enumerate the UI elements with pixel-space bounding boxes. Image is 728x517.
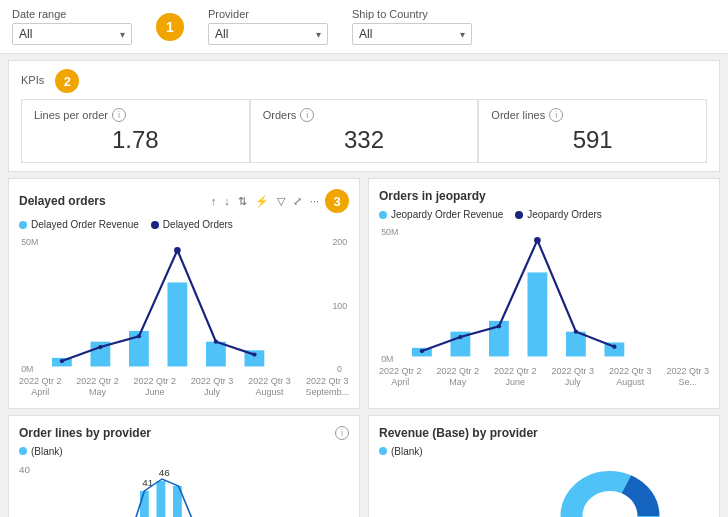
j-x-label-august: 2022 Qtr 3 August (609, 366, 652, 388)
j-x-label-may: 2022 Qtr 2 May (436, 366, 479, 388)
delayed-orders-header: Delayed orders ↑ ↓ ⇅ ⚡ ▽ ⤢ ··· 3 (19, 189, 349, 213)
legend-order-lines-blank: (Blank) (19, 446, 63, 457)
j-x-label-july: 2022 Qtr 3 July (551, 366, 594, 388)
kpi-lines-per-order-title: Lines per order (34, 109, 108, 121)
legend-delayed-revenue-label: Delayed Order Revenue (31, 219, 139, 230)
svg-point-12 (98, 345, 102, 349)
legend-jeopardy-revenue-dot (379, 211, 387, 219)
x-label-july: 2022 Qtr 3 July (191, 376, 234, 398)
sort-desc-icon[interactable]: ↓ (222, 194, 232, 208)
date-range-select[interactable]: All ▾ (12, 23, 132, 45)
x-label-may: 2022 Qtr 2 May (76, 376, 119, 398)
kpi-card-orders: Orders i 332 (250, 99, 479, 163)
j-x-label-sep: 2022 Qtr 3 Se... (666, 366, 709, 388)
x-label-april: 2022 Qtr 2 April (19, 376, 62, 398)
delayed-orders-controls: ↑ ↓ ⇅ ⚡ ▽ ⤢ ··· 3 (209, 189, 349, 213)
legend-revenue-blank: (Blank) (379, 446, 423, 457)
delayed-orders-x-labels: 2022 Qtr 2 April 2022 Qtr 2 May 2022 Qtr… (19, 376, 349, 398)
ship-to-country-select[interactable]: All ▾ (352, 23, 472, 45)
svg-text:40: 40 (19, 464, 30, 474)
jeopardy-title: Orders in jeopardy (379, 189, 486, 203)
svg-text:0M: 0M (21, 364, 33, 374)
svg-text:50M: 50M (21, 237, 38, 247)
j-x-label-april: 2022 Qtr 2 April (379, 366, 422, 388)
kpi-cards-container: Lines per order i 1.78 Orders i 332 Orde… (21, 99, 707, 163)
legend-jeopardy-orders-dot (515, 211, 523, 219)
ship-to-country-value: All (359, 27, 372, 41)
svg-text:0M: 0M (381, 354, 393, 364)
svg-text:100: 100 (333, 301, 348, 311)
svg-rect-33 (157, 481, 166, 517)
date-range-chevron: ▾ (120, 29, 125, 40)
svg-point-30 (612, 345, 616, 349)
delayed-orders-chart: Delayed orders ↑ ↓ ⇅ ⚡ ▽ ⤢ ··· 3 Delayed… (8, 178, 360, 409)
date-range-label: Date range (12, 8, 132, 20)
legend-order-lines-blank-label: (Blank) (31, 446, 63, 457)
jeopardy-header: Orders in jeopardy (379, 189, 709, 203)
step-badge-1: 1 (156, 13, 184, 41)
jeopardy-x-labels: 2022 Qtr 2 April 2022 Qtr 2 May 2022 Qtr… (379, 366, 709, 388)
sort-asc-icon[interactable]: ↑ (209, 194, 219, 208)
svg-rect-8 (168, 282, 188, 366)
kpi-lines-per-order-value: 1.78 (34, 126, 237, 154)
legend-revenue-blank-label: (Blank) (391, 446, 423, 457)
svg-point-28 (534, 237, 541, 243)
date-range-value: All (19, 27, 32, 41)
order-lines-by-provider-chart: Order lines by provider i (Blank) 40 41 … (8, 415, 360, 517)
legend-jeopardy-orders-label: Jeopardy Orders (527, 209, 601, 220)
kpi-order-lines-title: Order lines (491, 109, 545, 121)
legend-jeopardy-revenue-label: Jeopardy Order Revenue (391, 209, 503, 220)
svg-point-13 (137, 334, 141, 338)
order-lines-chart-area: 40 41 46 (19, 461, 349, 517)
legend-jeopardy-revenue: Jeopardy Order Revenue (379, 209, 503, 220)
revenue-by-provider-title: Revenue (Base) by provider (379, 426, 538, 440)
filter-icon[interactable]: ▽ (275, 194, 287, 209)
legend-jeopardy-orders: Jeopardy Orders (515, 209, 601, 220)
expand-icon[interactable]: ⤢ (291, 194, 304, 209)
provider-chevron: ▾ (316, 29, 321, 40)
charts-row-2: Order lines by provider i (Blank) 40 41 … (8, 415, 720, 517)
revenue-header: Revenue (Base) by provider (379, 426, 709, 440)
order-lines-svg: 40 41 46 (19, 461, 349, 517)
svg-text:50M: 50M (381, 227, 398, 237)
date-range-filter: Date range All ▾ (12, 8, 132, 45)
branch-icon[interactable]: ⚡ (253, 194, 271, 209)
svg-point-27 (497, 324, 501, 328)
delayed-orders-legend: Delayed Order Revenue Delayed Orders (19, 219, 349, 230)
legend-revenue-blank-dot (379, 447, 387, 455)
delayed-orders-svg: 50M 0M 200 100 0 (19, 234, 349, 374)
svg-text:0: 0 (337, 364, 342, 374)
more-icon[interactable]: ··· (308, 194, 321, 208)
provider-select[interactable]: All ▾ (208, 23, 328, 45)
jeopardy-legend: Jeopardy Order Revenue Jeopardy Orders (379, 209, 709, 220)
kpi-orders-info-icon[interactable]: i (300, 108, 314, 122)
svg-point-11 (60, 359, 64, 363)
svg-rect-9 (206, 342, 226, 367)
legend-delayed-orders-dot (151, 221, 159, 229)
provider-filter: Provider All ▾ (208, 8, 328, 45)
order-lines-info-icon[interactable]: i (335, 426, 349, 440)
legend-delayed-orders: Delayed Orders (151, 219, 233, 230)
kpi-section: KPIs 2 Lines per order i 1.78 Orders i 3… (8, 60, 720, 172)
orders-in-jeopardy-chart: Orders in jeopardy Jeopardy Order Revenu… (368, 178, 720, 409)
jeopardy-chart-area: 50M 0M (379, 224, 709, 364)
sort-double-icon[interactable]: ⇅ (236, 194, 249, 209)
svg-point-29 (574, 330, 578, 334)
svg-point-16 (252, 352, 256, 356)
svg-point-15 (214, 340, 218, 344)
x-label-august: 2022 Qtr 3 August (248, 376, 291, 398)
order-lines-provider-title: Order lines by provider (19, 426, 151, 440)
provider-value: All (215, 27, 228, 41)
kpi-lines-info-icon[interactable]: i (112, 108, 126, 122)
step-badge-3: 3 (325, 189, 349, 213)
order-lines-header: Order lines by provider i (19, 426, 349, 440)
svg-point-25 (420, 349, 424, 353)
svg-text:200: 200 (333, 237, 348, 247)
legend-delayed-revenue-dot (19, 221, 27, 229)
kpi-order-lines-value: 591 (491, 126, 694, 154)
ship-to-country-label: Ship to Country (352, 8, 472, 20)
kpi-order-lines-info-icon[interactable]: i (549, 108, 563, 122)
revenue-legend: (Blank) (379, 446, 709, 457)
ship-to-country-chevron: ▾ (460, 29, 465, 40)
kpi-orders-title: Orders (263, 109, 297, 121)
